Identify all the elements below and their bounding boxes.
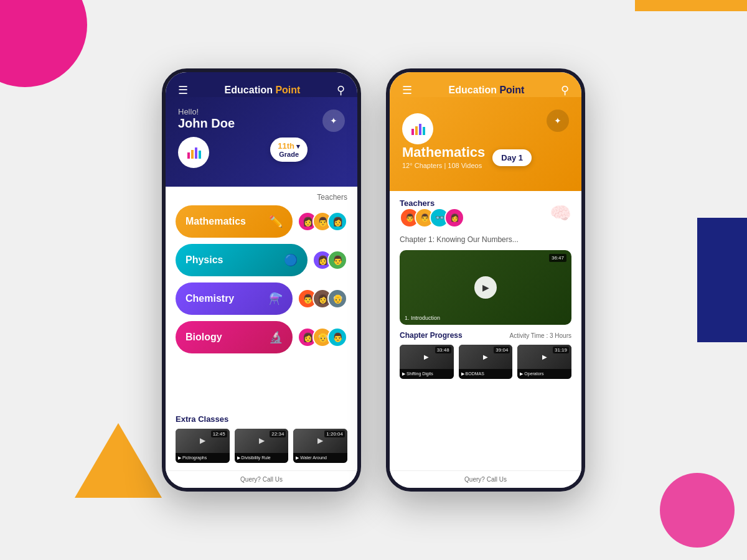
play-icon-2: ▶ — [259, 436, 265, 445]
svg-rect-2 — [195, 147, 197, 159]
subject-meta: 12° Chapters | 108 Videos — [402, 162, 569, 169]
progress-thumb-1[interactable]: ▶ 33:48 ▶ Shifting Digits — [400, 345, 454, 379]
phone2-app-title: Education Point — [449, 85, 525, 96]
phones-container: ☰ Education Point ⚲ ✦ Hello! John Doe 11… — [162, 68, 585, 492]
grade-number: 11th — [278, 141, 294, 151]
subject-pill-biology[interactable]: Biology 🔬 — [176, 321, 293, 353]
play-icon-1: ▶ — [200, 436, 205, 445]
brain-icon: 🧠 — [550, 203, 571, 223]
subject-pill-chemistry[interactable]: Chemistry ⚗️ — [176, 282, 293, 315]
phone2-search-icon[interactable]: ⚲ — [561, 83, 569, 97]
phone1-search-icon[interactable]: ⚲ — [337, 83, 345, 97]
physics-teachers: 👩 👨 — [312, 250, 347, 270]
phone-1: ☰ Education Point ⚲ ✦ Hello! John Doe 11… — [162, 68, 361, 492]
phone1-header: ☰ Education Point ⚲ — [166, 72, 357, 97]
chemistry-icon: ⚗️ — [269, 292, 283, 306]
phone1-app-title: Education Point — [225, 85, 301, 96]
progress-duration-3: 31:19 — [553, 347, 569, 353]
video-title-1: ▶ Pictrographs — [178, 455, 207, 460]
progress-title-3: ▶ Operators — [520, 371, 543, 376]
progress-videos-list: ▶ 33:48 ▶ Shifting Digits ▶ 39:04 ▶ BODM… — [400, 345, 571, 379]
extra-videos-list: ▶ 12:45 ▶ Pictrographs ▶ 22:34 ▶ Divisib… — [176, 429, 347, 463]
svg-rect-7 — [423, 127, 425, 135]
video-duration-3: 1:20:04 — [324, 431, 345, 437]
greeting-text: Hello! — [178, 107, 345, 116]
subject-title: Mathematics — [402, 144, 569, 161]
progress-duration-2: 39:04 — [494, 347, 510, 353]
video-thumb-3[interactable]: ▶ 1:20:04 ▶ Water Around — [293, 429, 347, 463]
math-icon: ✏️ — [269, 215, 283, 228]
biology-teachers: 👩 👴 👨 — [298, 327, 347, 347]
main-video-preview: ▶ — [400, 250, 571, 325]
phone1-footer: Query? Call Us — [166, 470, 357, 488]
phone2-footer: Query? Call Us — [390, 470, 581, 488]
subject-name-physics: Physics — [186, 254, 223, 266]
svg-rect-0 — [187, 152, 190, 159]
subjects-section: Teachers Mathematics ✏️ 👩 👨 👩 Physics 🔵 — [166, 187, 357, 409]
subject-name-chemistry: Chemistry — [186, 293, 234, 304]
phone2-teachers-row: Teachers 👨 👨 👓 👩 🧠 — [400, 198, 571, 228]
subject-row-biology: Biology 🔬 👩 👴 👨 — [176, 321, 347, 353]
progress-label-1: ▶ Shifting Digits — [400, 369, 454, 380]
progress-label-3: ▶ Operators — [517, 369, 571, 380]
video-thumb-2[interactable]: ▶ 22:34 ▶ Divisibility Rule — [235, 429, 289, 463]
phone1-title-bold: Education — [225, 85, 273, 95]
phone1-footer-text: Query? Call Us — [240, 476, 283, 483]
video-thumb-1[interactable]: ▶ 12:45 ▶ Pictrographs — [176, 429, 230, 463]
phone2-title-bold: Education — [449, 85, 497, 95]
progress-play-3: ▶ — [542, 353, 547, 360]
chapter-progress-label: Chapter Progress — [400, 331, 463, 340]
progress-title-2: ▶ BODMAS — [461, 371, 484, 376]
subject-name-mathematics: Mathematics — [186, 216, 246, 227]
nav-icon[interactable]: ✦ — [322, 110, 345, 132]
main-video[interactable]: ▶ 36:47 1. Introduction — [400, 250, 571, 325]
stats-icon-circle — [178, 137, 209, 168]
bg-decoration-pink-circle — [0, 0, 87, 87]
teacher-avatar-3: 👩 — [327, 212, 347, 231]
bg-decoration-yellow-triangle — [75, 423, 162, 498]
extra-classes-title: Extra Classes — [176, 414, 347, 424]
progress-thumb-3[interactable]: ▶ 31:19 ▶ Operators — [517, 345, 571, 379]
subject-pill-mathematics[interactable]: Mathematics ✏️ — [176, 205, 293, 238]
progress-title-1: ▶ Shifting Digits — [402, 371, 433, 376]
video-label-1: ▶ Pictrographs — [176, 453, 230, 464]
phone2-teachers-label: Teachers — [400, 198, 464, 208]
phone2-menu-icon[interactable]: ☰ — [402, 83, 412, 97]
phone2-teacher-avatars: 👨 👨 👓 👩 — [400, 208, 464, 228]
phone2-content: Teachers 👨 👨 👓 👩 🧠 Chapter 1: Knowing Ou… — [390, 191, 581, 470]
video-title-3: ▶ Water Around — [296, 455, 327, 460]
subject-row-mathematics: Mathematics ✏️ 👩 👨 👩 — [176, 205, 347, 238]
progress-thumb-2[interactable]: ▶ 39:04 ▶ BODMAS — [459, 345, 513, 379]
phone1-menu-icon[interactable]: ☰ — [178, 83, 188, 97]
svg-rect-1 — [191, 150, 194, 159]
main-video-title: 1. Introduction — [405, 315, 440, 321]
video-duration-2: 22:34 — [270, 431, 286, 437]
subject-row-chemistry: Chemistry ⚗️ 👨 👩 👴 — [176, 282, 347, 315]
play-button-main[interactable]: ▶ — [474, 276, 497, 299]
phone2-nav-icon[interactable]: ✦ — [547, 110, 569, 132]
video-duration-1: 12:45 — [211, 431, 227, 437]
subject-pill-physics[interactable]: Physics 🔵 — [176, 244, 308, 276]
subject-row-physics: Physics 🔵 👩 👨 — [176, 244, 347, 276]
bg-decoration-blue-rect — [697, 218, 747, 342]
phone2-stats-icon-circle — [402, 113, 433, 144]
video-title-2: ▶ Divisibility Rule — [237, 455, 271, 460]
bg-decoration-pink-circle2 — [660, 473, 735, 548]
teacher-avatar-5: 👨 — [327, 250, 347, 270]
phone-2: ☰ Education Point ⚲ ✦ Mathematics 12° Ch… — [386, 68, 585, 492]
phone2-header: ☰ Education Point ⚲ — [390, 72, 581, 97]
biology-icon: 🔬 — [269, 330, 283, 344]
progress-play-2: ▶ — [483, 353, 488, 360]
svg-rect-6 — [419, 124, 421, 135]
user-name: John Doe — [178, 116, 345, 131]
grade-badge: 11th ▾ Grade — [270, 138, 308, 162]
extra-classes-section: Extra Classes ▶ 12:45 ▶ Pictrographs ▶ 2… — [166, 409, 357, 470]
teacher-avatar-8: 👴 — [327, 289, 347, 309]
physics-icon: 🔵 — [284, 253, 298, 267]
phone1-hero: ✦ Hello! John Doe 11th ▾ Grade — [166, 97, 357, 187]
chapter-progress-header: Chapter Progress Activity Time : 3 Hours — [400, 331, 571, 340]
phone2-teacher-4: 👩 — [444, 208, 464, 228]
progress-label-2: ▶ BODMAS — [459, 369, 513, 380]
phone1-title-normal: Point — [273, 85, 300, 95]
chapter-label: Chapter 1: Knowing Our Numbers... — [400, 235, 571, 244]
